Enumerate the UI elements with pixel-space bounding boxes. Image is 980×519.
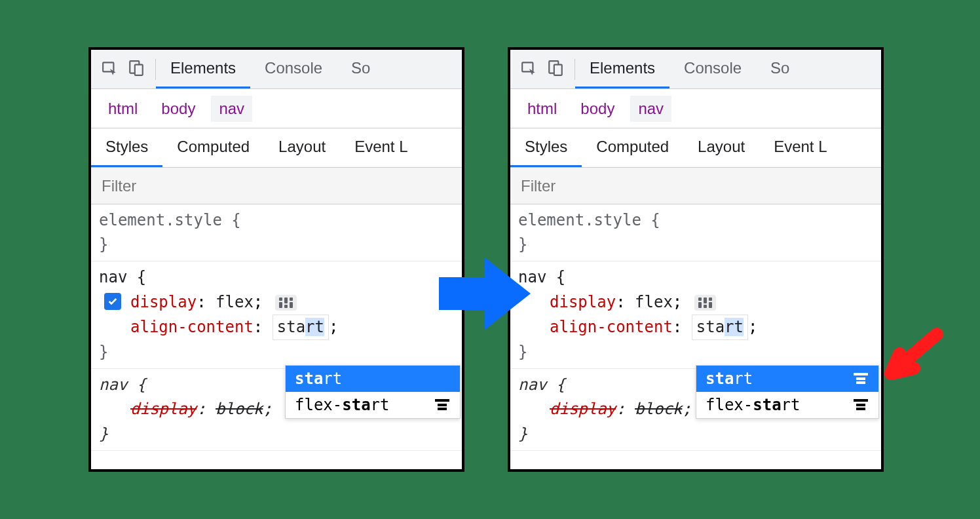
- svg-rect-13: [856, 404, 865, 406]
- breadcrumb: html body nav: [91, 89, 462, 128]
- selector-element-style: element.style {: [518, 208, 873, 233]
- rule-nav[interactable]: nav { display: flex; align-content: star…: [91, 261, 462, 369]
- toolbar: Elements Console So: [510, 50, 881, 89]
- prop-val-align[interactable]: start: [273, 318, 329, 336]
- prop-name-align: align-content: [130, 318, 254, 336]
- tab-elements[interactable]: Elements: [575, 50, 669, 88]
- subtab-computed[interactable]: Computed: [582, 128, 683, 167]
- subtab-event-cut[interactable]: Event L: [759, 128, 841, 167]
- selector-nav: nav {: [518, 265, 873, 290]
- match-pre: flex-: [295, 396, 342, 414]
- prop-name-align: align-content: [550, 318, 673, 336]
- dropdown-item-start[interactable]: start: [696, 366, 878, 392]
- crumb-body[interactable]: body: [573, 96, 622, 122]
- autocomplete-dropdown[interactable]: start flex-start: [285, 365, 461, 419]
- filter-input[interactable]: [102, 177, 451, 195]
- colon: :: [197, 400, 216, 418]
- main-tabs: Elements Console So: [575, 50, 804, 88]
- filter-bar: [510, 168, 881, 204]
- semi: ;: [682, 400, 691, 418]
- dropdown-item-flex-start[interactable]: flex-start: [696, 392, 878, 418]
- colon: :: [616, 400, 635, 418]
- tab-elements[interactable]: Elements: [156, 50, 250, 88]
- autocomplete-dropdown[interactable]: start flex-start: [696, 365, 879, 419]
- tab-sources-cut[interactable]: So: [756, 50, 804, 88]
- flex-editor-icon[interactable]: [694, 295, 716, 311]
- typed-text: sta: [277, 318, 305, 336]
- completion-text: rt: [305, 318, 324, 336]
- filter-input[interactable]: [521, 177, 871, 195]
- svg-rect-3: [435, 399, 449, 402]
- rule-element-style[interactable]: element.style { }: [91, 204, 462, 261]
- svg-rect-10: [856, 377, 865, 380]
- rule-nav[interactable]: nav { display: flex; align-content: star…: [510, 261, 881, 369]
- semi: ;: [263, 400, 272, 418]
- colon: :: [254, 318, 273, 336]
- tab-sources-cut[interactable]: So: [337, 50, 385, 88]
- svg-rect-5: [438, 408, 447, 410]
- dropdown-item-flex-start[interactable]: flex-start: [286, 392, 460, 418]
- prop-name-display2: display: [130, 400, 197, 418]
- subtab-layout[interactable]: Layout: [264, 128, 340, 167]
- device-icon[interactable]: [128, 60, 145, 79]
- checkbox-icon[interactable]: [104, 293, 121, 310]
- tab-console[interactable]: Console: [669, 50, 756, 88]
- typed-text: sta: [696, 318, 725, 336]
- prop-val-flex[interactable]: flex: [635, 293, 673, 311]
- main-tabs: Elements Console So: [156, 50, 385, 88]
- match-pre: flex-: [706, 396, 753, 414]
- dropdown-item-start[interactable]: start: [286, 366, 460, 392]
- colon: :: [616, 293, 635, 311]
- prop-val-flex[interactable]: flex: [216, 293, 254, 311]
- align-top-icon: [852, 398, 869, 412]
- prop-val-align[interactable]: start: [692, 318, 748, 336]
- toolbar: Elements Console So: [91, 50, 462, 89]
- semi: ;: [748, 318, 757, 336]
- subtab-styles[interactable]: Styles: [91, 128, 162, 167]
- prop-val-block: block: [635, 400, 682, 418]
- tab-console[interactable]: Console: [250, 50, 337, 88]
- subtab-computed[interactable]: Computed: [162, 128, 264, 167]
- arrow-right-icon: [439, 254, 531, 336]
- crumb-html[interactable]: html: [100, 96, 145, 122]
- brace-close: }: [99, 233, 454, 257]
- subtab-event-cut[interactable]: Event L: [340, 128, 422, 167]
- semi: ;: [254, 293, 263, 311]
- crumb-html[interactable]: html: [519, 96, 565, 122]
- prop-display[interactable]: display: flex;: [99, 290, 454, 315]
- brace-close: }: [99, 422, 454, 446]
- match-rest: rt: [323, 370, 342, 388]
- match-rest: rt: [371, 396, 390, 414]
- prop-display[interactable]: display: flex;: [518, 290, 873, 315]
- devtools-panel-before: Elements Console So html body nav Styles…: [88, 47, 464, 472]
- match-rest: rt: [734, 370, 753, 388]
- selector-nav: nav {: [99, 265, 454, 290]
- svg-rect-2: [135, 64, 143, 75]
- match-bold: sta: [706, 370, 734, 388]
- brace-close: }: [99, 340, 454, 364]
- inspect-icon[interactable]: [521, 60, 538, 79]
- semi: ;: [673, 293, 682, 311]
- semi: ;: [329, 318, 338, 336]
- svg-rect-8: [554, 64, 562, 75]
- device-icon[interactable]: [547, 60, 564, 79]
- match-rest: rt: [782, 396, 801, 414]
- toolbar-icons: [510, 50, 575, 88]
- breadcrumb: html body nav: [510, 89, 881, 128]
- crumb-nav[interactable]: nav: [630, 96, 671, 122]
- prop-align-content[interactable]: align-content: start;: [518, 315, 873, 340]
- prop-align-content[interactable]: align-content: start;: [99, 315, 454, 340]
- crumb-body[interactable]: body: [153, 96, 203, 122]
- inspect-icon[interactable]: [102, 60, 119, 79]
- align-top-icon: [434, 398, 451, 412]
- flex-editor-icon[interactable]: [275, 295, 297, 311]
- crumb-nav[interactable]: nav: [211, 96, 252, 122]
- colon: :: [673, 318, 692, 336]
- subtab-styles[interactable]: Styles: [510, 128, 582, 167]
- match-bold: sta: [295, 370, 323, 388]
- subtab-layout[interactable]: Layout: [683, 128, 759, 167]
- prop-name-display: display: [550, 293, 616, 311]
- rule-element-style[interactable]: element.style { }: [510, 204, 881, 261]
- toolbar-icons: [91, 50, 155, 88]
- align-top-icon: [852, 372, 869, 386]
